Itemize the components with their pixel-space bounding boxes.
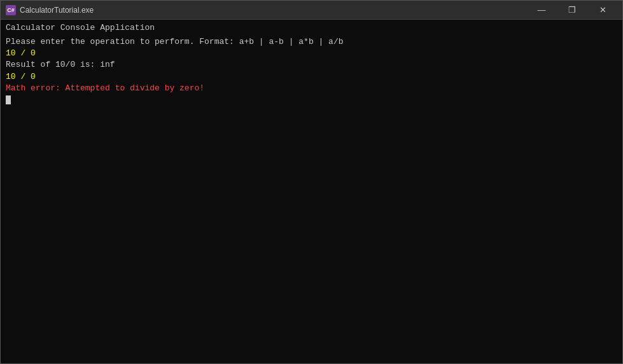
console-line-4: Result of 10/0 is: inf [6,59,617,71]
window: C# CalculatorTutorial.exe — ❐ ✕ Calculat… [0,0,623,364]
window-title: CalculatorTutorial.exe [20,6,527,15]
console-line-3: 10 / 0 [6,48,617,59]
titlebar: C# CalculatorTutorial.exe — ❐ ✕ [1,1,622,20]
console-line-1: Calculator Console Application [6,22,617,34]
console-line-2: Please enter the operation to perform. F… [6,36,617,48]
app-icon: C# [6,5,16,15]
maximize-button[interactable]: ❐ [557,1,587,20]
close-button[interactable]: ✕ [588,1,617,20]
minimize-button[interactable]: — [527,1,556,20]
console-output: Calculator Console Application Please en… [1,20,622,363]
console-line-5: 10 / 0 [6,71,617,83]
console-line-6: Math error: Attempted to divide by zero! [6,83,617,94]
console-cursor-line [6,94,617,106]
window-controls: — ❐ ✕ [527,1,617,20]
cursor [6,95,11,104]
